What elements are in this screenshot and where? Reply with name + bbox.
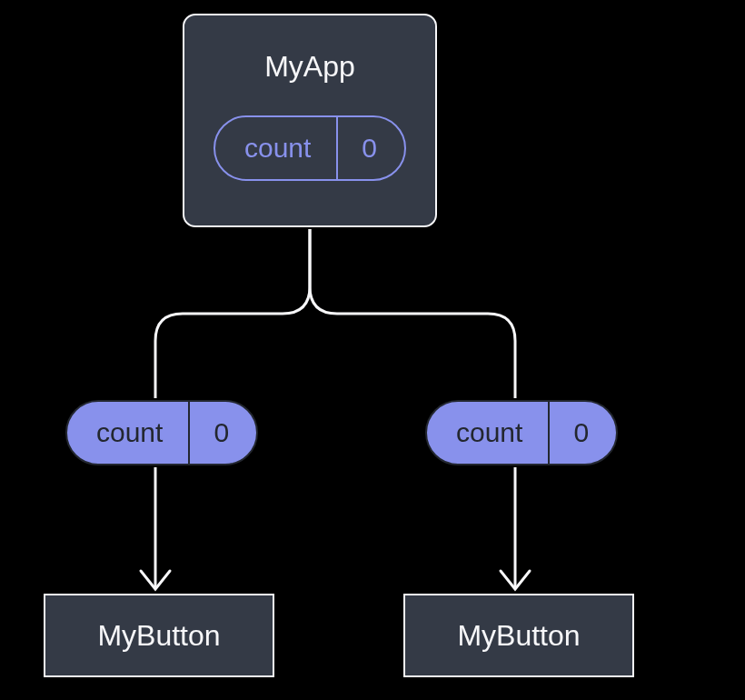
child-title-right: MyButton: [457, 619, 580, 653]
state-pill: count 0: [214, 115, 406, 181]
prop-label-right: count: [427, 402, 548, 464]
state-label: count: [215, 117, 336, 179]
prop-pill-left: count 0: [65, 400, 258, 465]
prop-value-right: 0: [550, 402, 616, 464]
child-component-box-left: MyButton: [44, 594, 274, 677]
child-title-left: MyButton: [97, 619, 220, 653]
child-component-box-right: MyButton: [403, 594, 634, 677]
parent-component-box: MyApp count 0: [183, 14, 437, 227]
state-value: 0: [338, 117, 404, 179]
prop-label-left: count: [67, 402, 188, 464]
prop-value-left: 0: [190, 402, 256, 464]
parent-title: MyApp: [264, 50, 355, 84]
prop-pill-right: count 0: [425, 400, 618, 465]
